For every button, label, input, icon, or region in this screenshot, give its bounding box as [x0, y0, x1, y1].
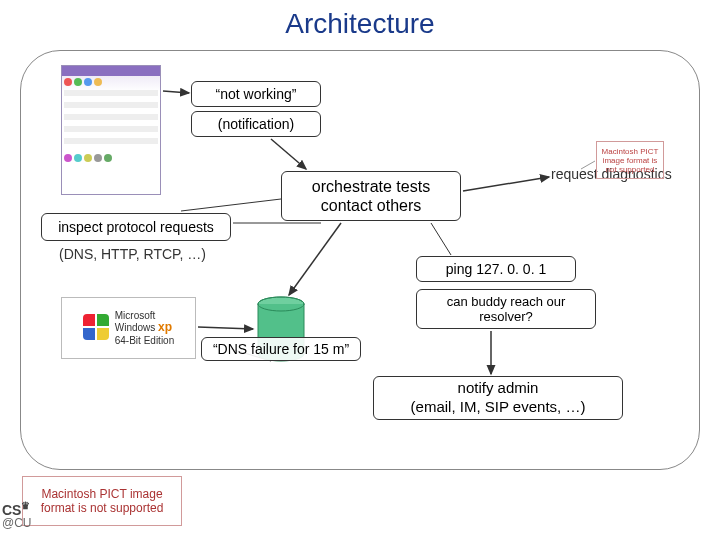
svg-line-0	[163, 91, 189, 93]
windows-logo-box: MicrosoftWindows xp 64-Bit Edition	[61, 297, 196, 359]
label-protocols-list: (DNS, HTTP, RTCP, …)	[59, 246, 206, 262]
windows-flag-icon	[83, 314, 111, 342]
box-ping: ping 127. 0. 0. 1	[416, 256, 576, 282]
label-dns-failure: “DNS failure for 15 m”	[201, 337, 361, 361]
svg-line-8	[198, 327, 253, 329]
notify-line2: (email, IM, SIP events, …)	[411, 398, 586, 417]
notify-line1: notify admin	[458, 379, 539, 398]
crown-icon: ♛	[21, 500, 30, 511]
svg-line-2	[463, 177, 549, 191]
footer-logo: CS♛ @CU	[2, 500, 32, 530]
label-not-working: “not working”	[191, 81, 321, 107]
diagram-frame: “not working” (notification) inspect pro…	[20, 50, 700, 470]
orchestrate-line1: orchestrate tests	[312, 177, 430, 196]
box-notify-admin: notify admin (email, IM, SIP events, …)	[373, 376, 623, 420]
label-notification: (notification)	[191, 111, 321, 137]
box-orchestrate: orchestrate tests contact others	[281, 171, 461, 221]
svg-line-5	[289, 223, 341, 295]
label-inspect-protocol: inspect protocol requests	[41, 213, 231, 241]
application-screenshot-thumb	[61, 65, 161, 195]
orchestrate-line2: contact others	[321, 196, 422, 215]
svg-line-1	[271, 139, 306, 169]
box-buddy-resolver: can buddy reach our resolver?	[416, 289, 596, 329]
placeholder-macpict-large: Macintosh PICT image format is not suppo…	[22, 476, 182, 526]
slide-title: Architecture	[0, 8, 720, 40]
windows-logo-text: MicrosoftWindows xp 64-Bit Edition	[115, 310, 174, 345]
placeholder-macpict-small: Macintosh PICT image format is not suppo…	[596, 141, 664, 179]
